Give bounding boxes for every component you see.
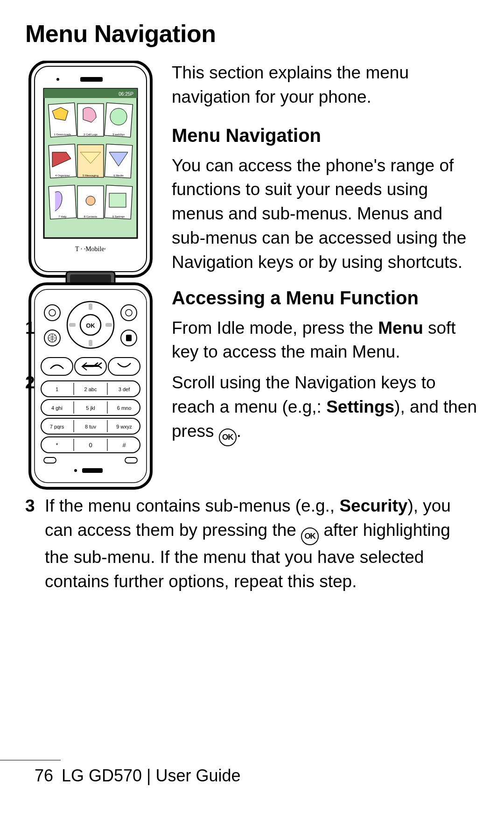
step-3: If the menu contains sub-menus (e.g., Se… [25, 494, 479, 593]
svg-rect-17 [109, 193, 126, 207]
svg-text:5 Messaging: 5 Messaging [83, 174, 98, 177]
page-title: Menu Navigation [25, 20, 479, 48]
step3-text-a: If the menu contains sub-menus (e.g., [45, 496, 339, 515]
svg-text:8 Contacts: 8 Contacts [84, 215, 98, 218]
footer-doc-name: User Guide [155, 766, 240, 785]
ok-icon: OK [301, 527, 319, 545]
ok-icon: OK [219, 429, 237, 446]
step2-bold: Settings [326, 397, 394, 416]
svg-text:3 web2go: 3 web2go [112, 133, 125, 136]
step1-bold: Menu [378, 318, 423, 337]
svg-text:7 Help: 7 Help [58, 215, 67, 218]
carrier-label: T · ·Mobile· [75, 246, 106, 253]
page-footer: 76 LG GD570 | User Guide [0, 760, 504, 786]
step2-text-c: . [237, 422, 241, 441]
svg-text:1 Down-loads: 1 Down-loads [54, 133, 71, 136]
svg-point-74 [74, 469, 77, 472]
svg-point-15 [110, 108, 127, 125]
svg-text:6 Media: 6 Media [113, 174, 124, 177]
step-1: From Idle mode, press the Menu soft key … [25, 316, 479, 365]
phone-clock: 06:25P [119, 91, 133, 97]
svg-text:9 Settings: 9 Settings [112, 215, 125, 218]
svg-rect-75 [82, 468, 103, 473]
svg-text:2 Call Logs: 2 Call Logs [84, 133, 98, 136]
step1-text-a: From Idle mode, press the [172, 318, 378, 337]
svg-point-2 [56, 78, 59, 81]
footer-rule [0, 760, 61, 760]
svg-rect-12 [49, 185, 77, 219]
svg-text:4 Organizer: 4 Organizer [55, 174, 70, 177]
svg-rect-41 [89, 303, 92, 310]
step3-bold: Security [339, 496, 407, 515]
svg-point-16 [86, 196, 95, 205]
footer-divider: | [142, 766, 155, 785]
footer-product: LG GD570 [62, 766, 142, 785]
step-2: Scroll using the Navigation keys to reac… [25, 371, 479, 446]
svg-rect-3 [80, 77, 103, 82]
page-number: 76 [35, 766, 57, 786]
